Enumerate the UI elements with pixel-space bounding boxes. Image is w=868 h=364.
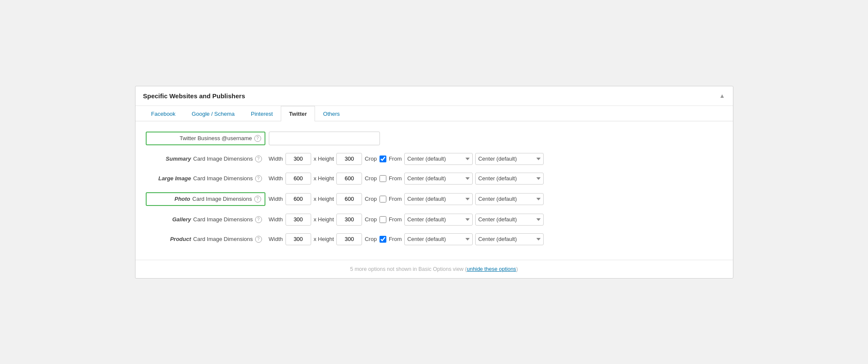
width-input-photo[interactable] — [285, 193, 311, 205]
username-label-text: Twitter Business @username — [179, 135, 252, 141]
select1-gallery[interactable]: Center (default)Top LeftTop CenterTop Ri… — [404, 214, 473, 226]
footer-text: 5 more options not shown in Basic Option… — [350, 266, 467, 272]
dim-group-gallery: Width x Height Crop From Center (default… — [269, 214, 544, 226]
height-input-gallery[interactable] — [336, 214, 362, 226]
label-suffix-photo: Card Image Dimensions — [192, 196, 252, 202]
label-photo: Photo Card Image Dimensions? — [146, 192, 265, 206]
width-label-summary: Width — [269, 156, 283, 162]
label-gallery: Gallery Card Image Dimensions? — [146, 214, 265, 226]
from-label-large-image: From — [389, 175, 402, 182]
main-panel: Specific Websites and Publishers ▲ Faceb… — [135, 86, 733, 279]
width-input-product[interactable] — [285, 233, 311, 245]
collapse-icon[interactable]: ▲ — [719, 92, 725, 99]
select1-photo[interactable]: Center (default)Top LeftTop CenterTop Ri… — [404, 193, 473, 205]
help-icon-product[interactable]: ? — [255, 236, 262, 243]
x-height-label-summary: x Height — [314, 156, 334, 162]
select2-large-image[interactable]: Center (default)Top LeftTop CenterTop Ri… — [475, 173, 544, 185]
width-input-summary[interactable] — [285, 153, 311, 165]
crop-checkbox-gallery[interactable] — [380, 216, 386, 223]
from-label-gallery: From — [389, 216, 402, 223]
help-icon-photo[interactable]: ? — [254, 196, 261, 203]
panel-footer: 5 more options not shown in Basic Option… — [135, 260, 733, 278]
label-summary: Summary Card Image Dimensions? — [146, 153, 265, 165]
select1-product[interactable]: Center (default)Top LeftTop CenterTop Ri… — [404, 233, 473, 245]
select1-summary[interactable]: Center (default)Top LeftTop CenterTop Ri… — [404, 153, 473, 165]
label-prefix-product: Product — [170, 236, 191, 242]
select2-summary[interactable]: Center (default)Top LeftTop CenterTop Ri… — [475, 153, 544, 165]
dim-group-product: Width x Height Crop From Center (default… — [269, 233, 544, 245]
select1-large-image[interactable]: Center (default)Top LeftTop CenterTop Ri… — [404, 173, 473, 185]
crop-label-photo: Crop — [365, 196, 377, 202]
width-input-large-image[interactable] — [285, 173, 311, 185]
dimension-rows: Summary Card Image Dimensions? Width x H… — [146, 153, 723, 245]
crop-checkbox-product[interactable] — [380, 236, 386, 243]
help-icon-summary[interactable]: ? — [255, 156, 262, 162]
tabs-bar: FacebookGoogle / SchemaPinterestTwitterO… — [135, 106, 733, 121]
width-label-product: Width — [269, 236, 283, 242]
label-suffix-large-image: Card Image Dimensions — [193, 175, 253, 182]
panel-title: Specific Websites and Publishers — [143, 92, 245, 100]
crop-label-product: Crop — [365, 236, 377, 242]
width-label-large-image: Width — [269, 175, 283, 182]
label-prefix-gallery: Gallery — [172, 216, 191, 223]
panel-header: Specific Websites and Publishers ▲ — [135, 86, 733, 106]
label-product: Product Card Image Dimensions? — [146, 233, 265, 245]
username-row: Twitter Business @username ? — [146, 132, 723, 145]
dim-group-photo: Width x Height Crop From Center (default… — [269, 193, 544, 205]
username-input[interactable] — [269, 132, 380, 145]
width-label-gallery: Width — [269, 216, 283, 223]
username-label: Twitter Business @username ? — [146, 132, 265, 145]
crop-label-large-image: Crop — [365, 175, 377, 182]
label-suffix-product: Card Image Dimensions — [193, 236, 253, 242]
tab-pinterest[interactable]: Pinterest — [243, 106, 281, 121]
crop-checkbox-large-image[interactable] — [380, 175, 386, 182]
height-input-product[interactable] — [336, 233, 362, 245]
tab-others[interactable]: Others — [315, 106, 348, 121]
footer-text-end: ) — [516, 266, 518, 272]
label-prefix-large-image: Large Image — [158, 175, 191, 182]
label-suffix-gallery: Card Image Dimensions — [193, 216, 253, 223]
x-height-label-large-image: x Height — [314, 175, 334, 182]
x-height-label-gallery: x Height — [314, 216, 334, 223]
help-icon-large-image[interactable]: ? — [255, 175, 262, 182]
row-summary: Summary Card Image Dimensions? Width x H… — [146, 153, 723, 165]
unhide-link[interactable]: unhide these options — [467, 266, 516, 272]
height-input-summary[interactable] — [336, 153, 362, 165]
label-suffix-summary: Card Image Dimensions — [193, 156, 253, 162]
label-prefix-photo: Photo — [174, 196, 190, 202]
tab-facebook[interactable]: Facebook — [143, 106, 184, 121]
row-product: Product Card Image Dimensions? Width x H… — [146, 233, 723, 245]
username-help-icon[interactable]: ? — [254, 135, 261, 142]
crop-label-gallery: Crop — [365, 216, 377, 223]
label-large-image: Large Image Card Image Dimensions? — [146, 173, 265, 185]
crop-checkbox-summary[interactable] — [380, 156, 386, 162]
select2-photo[interactable]: Center (default)Top LeftTop CenterTop Ri… — [475, 193, 544, 205]
tab-twitter[interactable]: Twitter — [281, 106, 315, 121]
width-label-photo: Width — [269, 196, 283, 202]
width-input-gallery[interactable] — [285, 214, 311, 226]
select2-gallery[interactable]: Center (default)Top LeftTop CenterTop Ri… — [475, 214, 544, 226]
from-label-photo: From — [389, 196, 402, 202]
from-label-product: From — [389, 236, 402, 242]
tab-google[interactable]: Google / Schema — [184, 106, 243, 121]
select2-product[interactable]: Center (default)Top LeftTop CenterTop Ri… — [475, 233, 544, 245]
height-input-photo[interactable] — [336, 193, 362, 205]
dim-group-summary: Width x Height Crop From Center (default… — [269, 153, 544, 165]
label-prefix-summary: Summary — [166, 156, 191, 162]
help-icon-gallery[interactable]: ? — [255, 216, 262, 223]
dim-group-large-image: Width x Height Crop From Center (default… — [269, 173, 544, 185]
row-large-image: Large Image Card Image Dimensions? Width… — [146, 173, 723, 185]
x-height-label-product: x Height — [314, 236, 334, 242]
row-photo: Photo Card Image Dimensions? Width x Hei… — [146, 192, 723, 206]
crop-checkbox-photo[interactable] — [380, 196, 386, 203]
crop-label-summary: Crop — [365, 156, 377, 162]
x-height-label-photo: x Height — [314, 196, 334, 202]
panel-body: Twitter Business @username ? Summary Car… — [135, 121, 733, 260]
row-gallery: Gallery Card Image Dimensions? Width x H… — [146, 214, 723, 226]
from-label-summary: From — [389, 156, 402, 162]
height-input-large-image[interactable] — [336, 173, 362, 185]
